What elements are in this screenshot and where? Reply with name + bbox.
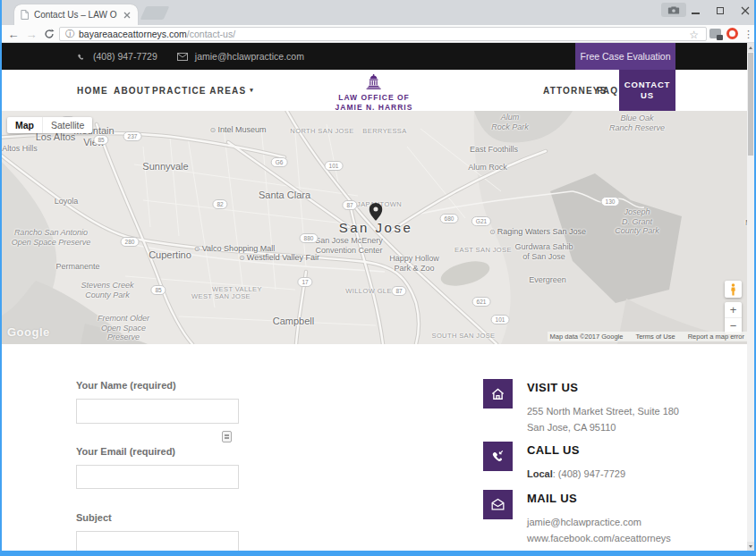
url-text: bayareaaceattorneys.com/contact-us/ bbox=[79, 29, 235, 39]
subject-field-group: Subject bbox=[76, 512, 239, 555]
visit-us-title: VISIT US bbox=[527, 381, 679, 394]
browser-window: Contact Us – LAW OFFIC ← → bbox=[0, 0, 756, 556]
route-shield: 237 bbox=[123, 131, 142, 141]
google-logo[interactable]: Google bbox=[7, 325, 50, 339]
route-shield: G21 bbox=[471, 216, 491, 226]
page-scrollbar[interactable] bbox=[747, 43, 754, 551]
route-shield: G6 bbox=[271, 157, 288, 167]
mail-us-block: MAIL US jamie@hclawpractice.com www.face… bbox=[483, 490, 671, 546]
url-path: /contact-us/ bbox=[187, 29, 235, 39]
extension-badge bbox=[717, 35, 723, 40]
camera-icon bbox=[667, 6, 680, 14]
route-shield: 101 bbox=[325, 161, 344, 171]
google-map[interactable]: Mountain ViewLos AltosAltos HillsSunnyva… bbox=[0, 111, 756, 344]
chevron-down-icon: ▾ bbox=[250, 87, 254, 94]
route-shield: 82 bbox=[212, 199, 227, 209]
call-phone-line: Local: (408) 947-7729 bbox=[527, 466, 625, 482]
logo-line-2: JAMIE N. HARRIS bbox=[336, 103, 413, 113]
map-view-button[interactable]: Map bbox=[7, 117, 42, 133]
route-shield: 87 bbox=[391, 286, 406, 296]
call-phone-number: : (408) 947-7729 bbox=[553, 468, 625, 479]
nav-item-practice-areas[interactable]: PRACTICE AREAS ▾ bbox=[152, 70, 254, 111]
topbar-email[interactable]: jamie@hclawpractice.com bbox=[195, 51, 304, 62]
autofill-icon[interactable] bbox=[222, 431, 232, 442]
maximize-icon bbox=[717, 7, 724, 14]
map-route-shields-layer: 2378285101G6878802808517680G211306211018… bbox=[0, 111, 756, 344]
visit-address-line2: San Jose, CA 95110 bbox=[527, 419, 679, 435]
visit-address-line1: 255 North Market Street, Suite 180 bbox=[527, 403, 679, 419]
pegman-icon bbox=[729, 283, 737, 296]
mail-facebook-link[interactable]: www.facebook.com/aceattorneys bbox=[527, 530, 671, 546]
main-navigation: HOME ABOUT PRACTICE AREAS ▾ LAW OFFICE O… bbox=[0, 70, 756, 111]
route-shield: 680 bbox=[440, 214, 459, 223]
window-border-bottom bbox=[0, 551, 756, 556]
report-map-error-link[interactable]: Report a map error bbox=[688, 333, 744, 341]
email-field-group: Your Email (required) bbox=[76, 446, 239, 489]
route-shield: 621 bbox=[472, 297, 491, 307]
bookmark-star-icon[interactable]: ☆ bbox=[689, 29, 699, 41]
camera-indicator bbox=[661, 3, 686, 17]
route-shield: 85 bbox=[150, 285, 166, 295]
tab-title: Contact Us – LAW OFFIC bbox=[34, 10, 117, 20]
window-border-left bbox=[0, 0, 2, 556]
topbar-phone[interactable]: (408) 947-7729 bbox=[93, 51, 157, 62]
nav-item-home[interactable]: HOME bbox=[77, 70, 108, 111]
map-zoom-control: + − bbox=[725, 302, 742, 334]
site-logo[interactable]: LAW OFFICE OF JAMIE N. HARRIS bbox=[336, 74, 413, 113]
name-label: Your Name (required) bbox=[76, 380, 239, 391]
extension-icon[interactable] bbox=[709, 29, 721, 38]
nav-item-faq[interactable]: FAQ bbox=[597, 70, 618, 111]
route-shield: 87 bbox=[342, 200, 357, 210]
new-tab-button[interactable] bbox=[140, 6, 170, 20]
back-button[interactable]: ← bbox=[5, 25, 21, 43]
address-bar[interactable]: ⓘ bayareaaceattorneys.com/contact-us/ ☆ bbox=[59, 27, 707, 41]
email-label: Your Email (required) bbox=[76, 446, 239, 457]
nav-item-about[interactable]: ABOUT bbox=[114, 70, 151, 111]
scrollbar-up-arrow[interactable] bbox=[747, 43, 754, 52]
scrollbar-down-arrow[interactable] bbox=[747, 542, 754, 551]
nav-item-contact-us-active[interactable]: CONTACT US bbox=[619, 70, 675, 111]
name-input[interactable] bbox=[76, 399, 239, 424]
free-case-evaluation-button[interactable]: Free Case Evaluation bbox=[575, 43, 675, 70]
tab-strip: Contact Us – LAW OFFIC bbox=[0, 0, 756, 25]
map-attribution: Map data ©2017 Google Terms of Use Repor… bbox=[548, 332, 747, 341]
window-close-button[interactable] bbox=[734, 0, 756, 21]
browser-tab[interactable]: Contact Us – LAW OFFIC bbox=[14, 4, 138, 25]
reload-button[interactable] bbox=[41, 25, 57, 43]
logo-line-1: LAW OFFICE OF bbox=[336, 93, 413, 103]
phone-icon bbox=[76, 52, 86, 62]
red-o-extension-icon[interactable] bbox=[726, 28, 738, 39]
window-minimize-button[interactable] bbox=[684, 0, 707, 21]
phone-incoming-icon bbox=[483, 442, 513, 471]
window-maximize-button[interactable] bbox=[709, 0, 732, 21]
zoom-in-button[interactable]: + bbox=[725, 302, 742, 318]
terms-of-use-link[interactable]: Terms of Use bbox=[635, 333, 675, 341]
map-type-control: Map Satellite bbox=[7, 117, 92, 133]
envelope-icon bbox=[177, 53, 188, 61]
browser-toolbar: ← → ⓘ bayareaaceattorneys.com/contact-us… bbox=[0, 25, 756, 43]
contact-section: Your Name (required) Your Email (require… bbox=[0, 344, 756, 556]
browser-menu-icon[interactable]: ⋮ bbox=[743, 26, 753, 42]
nav-practice-label: PRACTICE AREAS bbox=[152, 86, 246, 96]
page-icon bbox=[21, 10, 29, 20]
scrollbar-thumb[interactable] bbox=[748, 53, 753, 156]
capitol-icon bbox=[364, 74, 384, 89]
email-input[interactable] bbox=[76, 465, 239, 489]
url-domain: bayareaaceattorneys.com bbox=[79, 29, 187, 39]
tab-close-icon[interactable] bbox=[123, 11, 132, 20]
site-topbar: (408) 947-7729 jamie@hclawpractice.com F… bbox=[0, 43, 756, 70]
home-icon bbox=[483, 379, 513, 409]
map-data-credit: Map data ©2017 Google bbox=[550, 333, 624, 341]
reload-icon bbox=[44, 29, 55, 39]
topbar-contact-group: (408) 947-7729 jamie@hclawpractice.com bbox=[76, 43, 304, 70]
visit-us-block: VISIT US 255 North Market Street, Suite … bbox=[483, 379, 679, 435]
mail-email-link[interactable]: jamie@hclawpractice.com bbox=[527, 514, 671, 530]
satellite-view-button[interactable]: Satellite bbox=[42, 117, 92, 133]
pegman-button[interactable] bbox=[725, 281, 742, 298]
route-shield: 280 bbox=[121, 237, 140, 247]
forward-button[interactable]: → bbox=[23, 25, 39, 43]
route-shield: 85 bbox=[93, 135, 108, 145]
route-shield: 880 bbox=[300, 233, 319, 243]
info-icon[interactable]: ⓘ bbox=[65, 28, 74, 40]
map-marker-pin[interactable] bbox=[370, 203, 383, 221]
